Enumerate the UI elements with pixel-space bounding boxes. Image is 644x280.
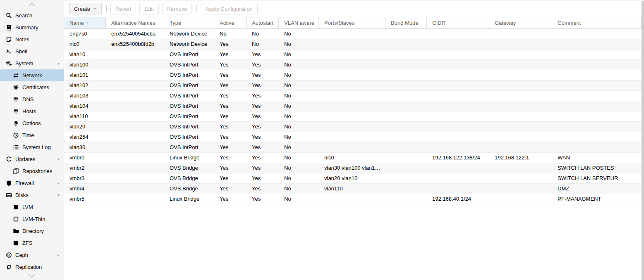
cell-autostart: No	[247, 29, 279, 39]
cell-active: Yes	[214, 163, 247, 173]
sidebar-item-repositories[interactable]: Repositories	[0, 165, 64, 177]
cell-type: OVS IntPort	[164, 60, 214, 70]
sidebar-item-system[interactable]: System▾	[0, 57, 64, 69]
cell-ports_slaves	[319, 81, 385, 90]
table-row-vlan104[interactable]: vlan104OVS IntPortYesYesNo	[64, 101, 644, 112]
chevron-right-icon[interactable]: ▸	[57, 181, 60, 185]
sidebar-item-lvm[interactable]: LVM	[0, 201, 64, 213]
sidebar-item-label: Network	[22, 72, 42, 78]
cell-cidr	[427, 173, 489, 183]
cell-comment	[552, 39, 642, 49]
cell-autostart: Yes	[247, 122, 279, 132]
sidebar-item-lvm-thin[interactable]: LVM-Thin	[0, 213, 64, 225]
cell-type: OVS IntPort	[164, 91, 214, 101]
table-row-enp7s0[interactable]: enp7s0enx52540054bcbaNetwork DeviceNoNoN…	[64, 29, 644, 39]
cell-type: Network Device	[164, 39, 214, 49]
cell-active: No	[214, 29, 247, 39]
sidebar-items: SearchSummaryNotesShellSystem▾NetworkCer…	[0, 9, 64, 273]
cell-gateway	[489, 91, 552, 101]
table-row-vlan10[interactable]: vlan10OVS IntPortYesYesNo	[64, 50, 644, 60]
sidebar-item-directory[interactable]: Directory	[0, 225, 64, 237]
sidebar-item-firewall[interactable]: Firewall▸	[0, 177, 64, 189]
sidebar-item-system-log[interactable]: System Log	[0, 141, 64, 153]
cell-gateway	[489, 60, 552, 70]
chevron-down-icon[interactable]: ▾	[57, 157, 60, 161]
cell-bond_mode	[385, 184, 427, 194]
chevron-down-icon[interactable]: ▾	[57, 193, 60, 197]
table-row-vmbr5[interactable]: vmbr5Linux BridgeYesYesNo192.168.40.1/24…	[64, 194, 644, 204]
sidebar-scroll-up[interactable]	[0, 1, 64, 8]
cell-name: vmbr3	[64, 173, 106, 183]
table-row-vmbr0[interactable]: vmbr0Linux BridgeYesYesNonic0192.168.122…	[64, 153, 644, 163]
cell-type: OVS Bridge	[164, 184, 214, 194]
button-label: Apply Configuration	[206, 6, 252, 12]
sidebar-item-notes[interactable]: Notes	[0, 33, 64, 45]
exchange-icon	[13, 72, 19, 78]
sidebar-item-label: Updates	[15, 156, 35, 162]
cell-vlan_aware: No	[279, 122, 319, 132]
table-row-vmbr4[interactable]: vmbr4OVS BridgeYesYesNovlan110DMZ	[64, 184, 644, 194]
cell-vlan_aware: No	[279, 153, 319, 163]
column-header-label: Comment	[558, 20, 581, 26]
cell-ports_slaves: vlan30 vlan100 vlan1…	[319, 163, 385, 173]
sidebar-scroll-down[interactable]	[0, 272, 64, 279]
sidebar-item-label: Hosts	[22, 108, 36, 114]
cell-comment: WAN	[552, 153, 642, 163]
column-header-cidr[interactable]: CIDR	[427, 17, 489, 28]
table-row-vlan100[interactable]: vlan100OVS IntPortYesYesNo	[64, 60, 644, 70]
table-row-vlan101[interactable]: vlan101OVS IntPortYesYesNo	[64, 70, 644, 81]
table-row-vlan103[interactable]: vlan103OVS IntPortYesYesNo	[64, 91, 644, 101]
sidebar-item-search[interactable]: Search	[0, 9, 64, 21]
chevron-right-icon[interactable]: ▸	[57, 253, 60, 257]
column-header-autostart[interactable]: Autostart	[247, 17, 279, 28]
sidebar-item-options[interactable]: Options	[0, 117, 64, 129]
table-row-vlan110[interactable]: vlan110OVS IntPortYesYesNo	[64, 112, 644, 122]
cell-name: vmbr4	[64, 184, 106, 194]
column-header-active[interactable]: Active	[214, 17, 247, 28]
remove-button: Remove	[162, 3, 192, 14]
table-row-vmbr3[interactable]: vmbr3OVS BridgeYesYesNovlan20 vlan10SWIT…	[64, 173, 644, 184]
create-button[interactable]: Create	[69, 3, 102, 14]
sidebar-item-network[interactable]: Network	[0, 69, 64, 81]
sidebar-item-certificates[interactable]: Certificates	[0, 81, 64, 93]
sidebar-item-disks[interactable]: Disks▾	[0, 189, 64, 201]
cell-comment	[552, 91, 642, 101]
cell-active: Yes	[214, 153, 247, 163]
sidebar-item-dns[interactable]: DNS	[0, 93, 64, 105]
column-header-label: Bond Mode	[391, 20, 419, 26]
column-header-vlan-aware[interactable]: VLAN aware	[279, 17, 319, 28]
sidebar-item-replication[interactable]: Replication	[0, 261, 64, 273]
table-row-nic0[interactable]: nic0enx525400b8fd2bNetwork DeviceYesNoNo	[64, 39, 644, 50]
sidebar-item-shell[interactable]: Shell	[0, 45, 64, 57]
cell-type: OVS IntPort	[164, 81, 214, 90]
vertical-scrollbar[interactable]	[642, 1, 644, 280]
cell-vlan_aware: No	[279, 184, 319, 194]
sidebar-item-ceph[interactable]: Ceph▸	[0, 249, 64, 261]
sidebar-item-summary[interactable]: Summary	[0, 21, 64, 33]
sidebar-item-zfs[interactable]: ZFS	[0, 237, 64, 249]
chevron-down-icon[interactable]: ▾	[57, 62, 60, 66]
cell-type: OVS Bridge	[164, 173, 214, 183]
cell-gateway	[489, 50, 552, 59]
sidebar-item-updates[interactable]: Updates▾	[0, 153, 64, 165]
column-header-ports-slaves[interactable]: Ports/Slaves	[319, 17, 385, 28]
table-row-vlan20[interactable]: vlan20OVS IntPortYesYesNo	[64, 122, 644, 132]
column-header-comment[interactable]: Comment	[552, 17, 642, 28]
table-row-vlan30[interactable]: vlan30OVS IntPortYesYesNo	[64, 142, 644, 153]
column-header-type[interactable]: Type	[164, 17, 214, 28]
table-row-vlan102[interactable]: vlan102OVS IntPortYesYesNo	[64, 81, 644, 91]
column-header-gateway[interactable]: Gateway	[489, 17, 552, 28]
hdd-icon	[6, 192, 12, 198]
column-header-alternative-names[interactable]: Alternative Names	[106, 17, 164, 28]
table-row-vmbr2[interactable]: vmbr2OVS BridgeYesYesNovlan30 vlan100 vl…	[64, 163, 644, 173]
sidebar-item-time[interactable]: Time	[0, 129, 64, 141]
cell-name: vmbr5	[64, 194, 106, 204]
column-header-bond-mode[interactable]: Bond Mode	[385, 17, 427, 28]
table-row-vlan254[interactable]: vlan254OVS IntPortYesYesNo	[64, 132, 644, 142]
sidebar-item-hosts[interactable]: Hosts	[0, 105, 64, 117]
cell-bond_mode	[385, 112, 427, 121]
cell-alt_names	[106, 142, 164, 152]
cell-alt_names	[106, 173, 164, 183]
cell-active: Yes	[214, 70, 247, 80]
column-header-name[interactable]: Name↑	[64, 17, 106, 28]
